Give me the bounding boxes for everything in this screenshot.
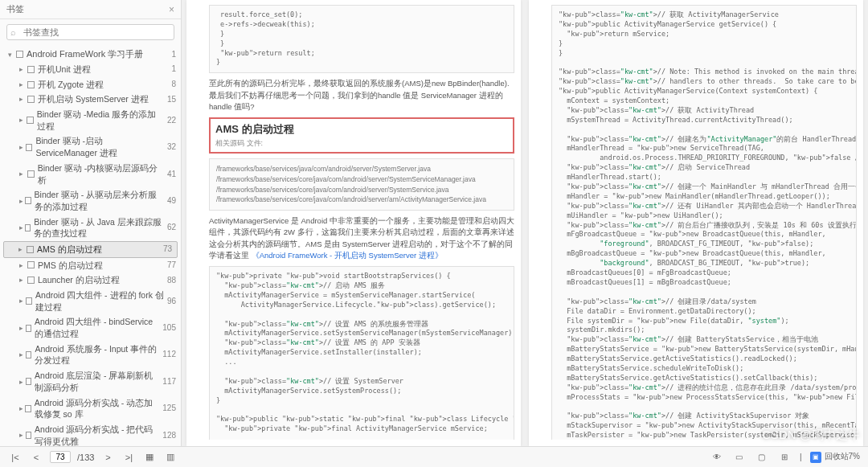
tree-item-label: Binder 驱动 - 从驱动层来分析服务的添加过程 — [35, 189, 164, 212]
tree-item[interactable]: ▸AMS 的启动过程73 — [3, 241, 178, 258]
view-icon-4[interactable]: ⊞ — [777, 450, 792, 465]
doc-icon — [26, 432, 31, 439]
next-page-button[interactable]: > — [100, 450, 115, 465]
tree-item-label: Android 源码分析实战 - 动态加载修复 so 库 — [35, 397, 160, 420]
tree-item[interactable]: ▸开机 Zygote 进程8 — [0, 77, 181, 92]
tree-item[interactable]: ▸Android 源码分析实战 - 动态加载修复 so 库125 — [0, 395, 181, 422]
doc-icon — [27, 170, 35, 178]
page-area: result.force_set(0); e->refs->decweak(th… — [182, 0, 868, 446]
tree-item[interactable]: ▸开机Unit 进程1 — [0, 62, 181, 77]
tree-item-page: 49 — [164, 195, 176, 207]
tree-item[interactable]: ▸Android 系统服务 - Input 事件的分发过程112 — [0, 342, 181, 368]
search-icon: ⌕ — [10, 27, 16, 37]
tree-item[interactable]: ▸Binder 驱动 -启动 ServiceManager 进程32 — [0, 133, 181, 160]
tree-item-page: 8 — [168, 79, 176, 90]
doc-icon — [27, 246, 34, 253]
tree-item-page: 1 — [168, 63, 176, 75]
prev-page-button[interactable]: < — [29, 450, 43, 465]
tree-item-label: Binder 驱动 - 从 Java 层来跟踪服务的查找过程 — [34, 216, 164, 240]
doc-icon — [26, 351, 32, 358]
tree-item-label: Android 四大组件 - bindService 的通信过程 — [35, 316, 159, 339]
doc-icon — [27, 81, 35, 88]
layout-button-2[interactable]: ▥ — [163, 450, 178, 465]
tree-item-page: 96 — [164, 296, 176, 307]
view-icon-3[interactable]: ▢ — [755, 450, 769, 465]
tree-item-page: 117 — [159, 376, 176, 387]
section-heading: AMS 的启动过程 — [215, 122, 508, 137]
link[interactable]: 《Android FrameWork - 开机启动 SystemServer 进… — [252, 251, 443, 260]
tree-root[interactable]: ▾Android FrameWork 学习手册1 — [0, 47, 181, 62]
tree-item[interactable]: ▸Binder 驱动 -Media 服务的添加过程22 — [0, 107, 181, 133]
code-block: "kw-pub">private "kw-pub">void startBoot… — [209, 266, 514, 440]
tree-item-label: Binder 驱动 -内核驱动层源码分析 — [38, 162, 164, 186]
code-block: "kw-pub">class="kw-cmt">// 获取 ActivityMa… — [551, 5, 857, 440]
sidebar-title: 书签 — [6, 3, 24, 15]
tree-item-page: 77 — [164, 260, 176, 271]
code-block: result.force_set(0); e->refs->decweak(th… — [209, 5, 514, 73]
tree-item-label: 开机 Zygote 进程 — [38, 79, 104, 91]
first-page-button[interactable]: |< — [8, 450, 23, 465]
tree-item-page: 125 — [159, 403, 176, 414]
tree-item[interactable]: ▸Binder 驱动 - 从驱动层来分析服务的添加过程49 — [0, 187, 181, 214]
tree-item-label: Android 源码分析实战 - 把代码写得更优雅 — [35, 424, 159, 446]
doc-icon — [27, 117, 34, 124]
document-viewer: 书签 × ⌕ ▾Android FrameWork 学习手册1▸开机Unit 进… — [0, 0, 868, 446]
paragraph: ActivityManagerService 是 Android 中非常重要的一… — [209, 215, 514, 261]
watermark: CSDN @码中之牛 — [762, 428, 860, 443]
tree-item-label: Launcher 的启动过程 — [38, 274, 120, 286]
divider: | — [800, 453, 802, 461]
bookmarks-sidebar: 书签 × ⌕ ▾Android FrameWork 学习手册1▸开机Unit 进… — [0, 0, 182, 446]
tree-item[interactable]: ▸Android 源码分析实战 - 把代码写得更优雅128 — [0, 422, 181, 446]
search-input[interactable] — [6, 24, 174, 40]
tree-item-page: 88 — [164, 275, 176, 286]
doc-icon — [26, 378, 31, 385]
view-icon-1[interactable]: 👁 — [710, 450, 724, 465]
doc-icon — [27, 66, 35, 73]
layout-button-1[interactable]: ▦ — [142, 450, 157, 465]
sidebar-search: ⌕ — [0, 19, 181, 45]
tree-item-label: 开机Unit 进程 — [38, 63, 91, 76]
last-page-button[interactable]: >| — [121, 450, 136, 465]
tree-item-page: 32 — [164, 141, 176, 153]
doc-icon — [25, 197, 31, 204]
tree-item-page: 105 — [159, 322, 176, 334]
doc-icon — [27, 277, 35, 284]
tree-item-page: 41 — [164, 169, 176, 180]
tree-item-label: PMS 的启动过程 — [38, 260, 103, 272]
tree-item-page: 112 — [159, 349, 176, 360]
tree-item[interactable]: ▸Binder 驱动 - 从 Java 层来跟踪服务的查找过程62 — [0, 215, 181, 241]
tree-item-label: Android 底层渲染 - 屏幕刷新机制源码分析 — [35, 370, 159, 393]
doc-icon — [26, 297, 32, 305]
tree-item[interactable]: ▸Android 四大组件 - bindService 的通信过程105 — [0, 314, 181, 341]
view-icon-2[interactable]: ▭ — [732, 450, 747, 465]
tree-item-page: 15 — [164, 94, 176, 105]
doc-icon — [26, 144, 32, 151]
page-input[interactable] — [50, 451, 71, 463]
bottom-toolbar: |< < /133 > >| ▦ ▥ 👁 ▭ ▢ ⊞ | ▣回收站7% — [0, 446, 868, 467]
tree-item-label: Android 四大组件 - 进程的 fork 创建过程 — [35, 289, 164, 313]
page-right: "kw-pub">class="kw-cmt">// 获取 ActivityMa… — [529, 0, 863, 446]
tree-item[interactable]: ▸Android 四大组件 - 进程的 fork 创建过程96 — [0, 288, 181, 314]
paragraph: 至此所有的源码已分析完毕，最终获取返回的系统服务(AMS)是new BpBind… — [209, 78, 514, 113]
tree-item[interactable]: ▸Binder 驱动 -内核驱动层源码分析41 — [0, 161, 181, 187]
doc-icon — [25, 405, 31, 412]
tree-item-page: 73 — [160, 244, 172, 255]
page-total: /133 — [77, 453, 94, 462]
tree-item-label: 开机启动 SystemServer 进程 — [38, 93, 149, 105]
tree-item-page: 22 — [164, 115, 176, 126]
recycle-status: ▣回收站7% — [810, 451, 860, 463]
tree-item-label: Binder 驱动 -启动 ServiceManager 进程 — [35, 135, 163, 158]
file-list: /frameworks/base/services/java/com/andro… — [209, 158, 514, 211]
tree-item[interactable]: ▸Launcher 的启动过程88 — [0, 272, 181, 288]
tree-item[interactable]: ▸开机启动 SystemServer 进程15 — [0, 92, 181, 107]
close-icon[interactable]: × — [169, 4, 174, 15]
tree-item[interactable]: ▸Android 底层渲染 - 屏幕刷新机制源码分析117 — [0, 368, 181, 395]
tree-item-label: AMS 的启动过程 — [37, 244, 102, 256]
doc-icon — [27, 261, 35, 268]
doc-icon — [26, 325, 31, 332]
tree-item[interactable]: ▸PMS 的启动过程77 — [0, 258, 181, 273]
bookmark-tree[interactable]: ▾Android FrameWork 学习手册1▸开机Unit 进程1▸开机 Z… — [0, 45, 181, 446]
tree-item-page: 62 — [164, 222, 176, 233]
sidebar-header: 书签 × — [0, 0, 181, 19]
doc-icon — [25, 224, 31, 231]
